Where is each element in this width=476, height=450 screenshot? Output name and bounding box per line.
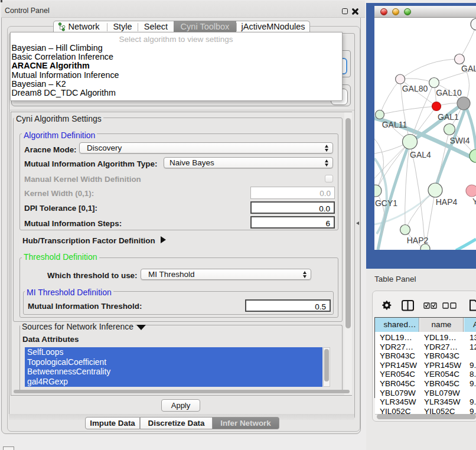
svg-text:GAL4: GAL4 <box>410 150 431 159</box>
svg-text:GCY1: GCY1 <box>375 198 397 208</box>
svg-text:GAL1: GAL1 <box>438 112 459 122</box>
svg-text:HAP4: HAP4 <box>436 197 458 207</box>
svg-text:GAL: GAL <box>461 64 476 73</box>
svg-text:SWI4: SWI4 <box>449 136 470 145</box>
svg-text:Y: Y <box>472 197 476 206</box>
svg-text:GAL80: GAL80 <box>402 84 428 93</box>
svg-text:HAP2: HAP2 <box>407 236 429 245</box>
svg-text:GAL10: GAL10 <box>436 88 462 97</box>
svg-text:GAL11: GAL11 <box>382 120 407 129</box>
